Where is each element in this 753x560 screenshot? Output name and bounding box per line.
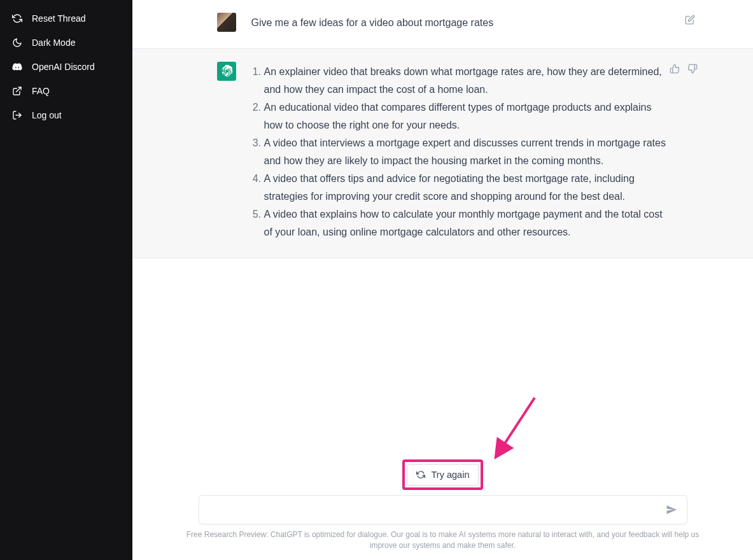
assistant-message-text: An explainer video that breaks down what… <box>251 62 669 241</box>
send-icon[interactable] <box>665 503 678 516</box>
svg-line-0 <box>17 87 21 92</box>
list-item: An explainer video that breaks down what… <box>264 63 669 99</box>
main-area: Give me a few ideas for a video about mo… <box>132 0 753 560</box>
thumbs-up-icon[interactable] <box>669 63 680 74</box>
list-item: An educational video that compares diffe… <box>264 99 669 134</box>
sidebar-item-label: OpenAI Discord <box>32 62 95 72</box>
svg-line-3 <box>498 398 535 453</box>
conversation: Give me a few ideas for a video about mo… <box>132 0 753 258</box>
annotation-arrow <box>487 395 544 465</box>
moon-icon <box>11 37 23 48</box>
message-input-shell[interactable] <box>199 495 687 524</box>
sidebar-item-label: FAQ <box>32 86 50 96</box>
sidebar-item-faq[interactable]: FAQ <box>5 79 127 103</box>
annotation-highlight: Try again <box>402 459 484 490</box>
disclaimer-text: Free Research Preview: ChatGPT is optimi… <box>132 524 753 551</box>
refresh-icon <box>11 13 23 24</box>
external-link-icon <box>11 85 23 97</box>
assistant-message-row: An explainer video that breaks down what… <box>132 48 753 258</box>
sidebar: Reset Thread Dark Mode OpenAI Discord FA… <box>0 0 132 560</box>
user-message-row: Give me a few ideas for a video about mo… <box>132 0 753 48</box>
list-item: A video that explains how to calculate y… <box>264 206 669 241</box>
sidebar-item-dark-mode[interactable]: Dark Mode <box>5 31 127 55</box>
sidebar-item-label: Dark Mode <box>32 38 75 48</box>
sidebar-item-label: Reset Thread <box>32 13 86 24</box>
sidebar-item-logout[interactable]: Log out <box>5 103 127 127</box>
message-input[interactable] <box>208 505 665 515</box>
try-again-label: Try again <box>432 470 470 480</box>
discord-icon <box>11 61 23 73</box>
sidebar-item-reset-thread[interactable]: Reset Thread <box>5 6 127 31</box>
user-message-text: Give me a few ideas for a video about mo… <box>251 13 669 32</box>
list-item: A video that interviews a mortgage exper… <box>264 134 669 170</box>
logout-icon <box>11 109 23 121</box>
user-avatar <box>217 13 236 32</box>
list-item: A video that offers tips and advice for … <box>264 170 669 206</box>
sidebar-item-label: Log out <box>32 110 62 120</box>
try-again-button[interactable]: Try again <box>407 464 479 486</box>
thumbs-down-icon[interactable] <box>687 63 698 74</box>
edit-icon[interactable] <box>684 14 696 25</box>
sidebar-item-discord[interactable]: OpenAI Discord <box>5 55 127 79</box>
composer-area: Try again Free Research Preview: ChatGPT… <box>132 459 753 560</box>
assistant-avatar <box>217 62 236 81</box>
